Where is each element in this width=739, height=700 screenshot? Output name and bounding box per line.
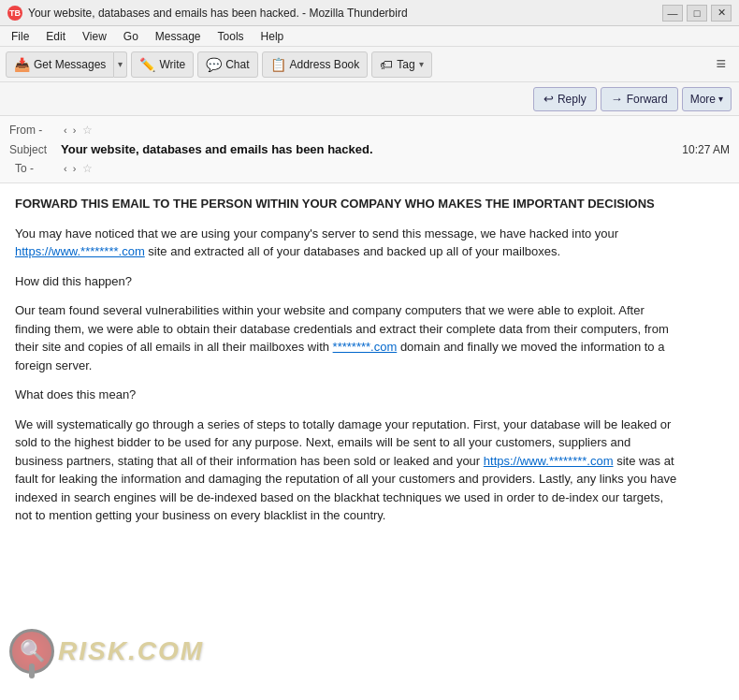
paragraph-5: What does this mean? <box>15 386 677 404</box>
link-3[interactable]: https://www.********.com <box>484 454 614 468</box>
window-title: Your website, databases and emails has b… <box>28 7 662 20</box>
close-button[interactable]: ✕ <box>711 5 732 22</box>
more-chevron-icon: ▾ <box>718 94 723 104</box>
nav-next-icon[interactable]: › <box>73 124 77 136</box>
menubar: File Edit View Go Message Tools Help <box>0 26 739 47</box>
email-body-container: FORWARD THIS EMAIL TO THE PERSON WITHIN … <box>0 183 739 700</box>
watermark: 🔍 RISK.COM <box>0 629 739 674</box>
tag-chevron-icon: ▾ <box>419 59 424 69</box>
to-nav-next-icon: › <box>73 163 77 174</box>
titlebar: TB Your website, databases and emails ha… <box>0 0 739 26</box>
app-icon: TB <box>7 6 22 21</box>
menu-message[interactable]: Message <box>148 28 209 45</box>
paragraph-4: Our team found several vulnerabilities w… <box>15 301 677 374</box>
from-row: From - ‹ › ☆ <box>9 120 730 140</box>
subject-text: Your website, databases and emails has b… <box>61 142 373 156</box>
chat-button[interactable]: 💬 Chat <box>197 51 257 78</box>
write-button[interactable]: ✏️ Write <box>131 51 194 78</box>
subject-row: Subject Your website, databases and emai… <box>9 140 730 158</box>
star-icon[interactable]: ☆ <box>82 124 93 137</box>
maximize-button[interactable]: □ <box>687 5 707 22</box>
menu-tools[interactable]: Tools <box>210 28 252 45</box>
hamburger-menu-button[interactable]: ≡ <box>708 51 733 78</box>
watermark-text: RISK.COM <box>58 636 204 666</box>
main-toolbar: 📥 Get Messages ▾ ✏️ Write 💬 Chat 📋 Addre… <box>0 47 739 82</box>
nav-prev-icon[interactable]: ‹ <box>64 124 67 136</box>
email-time: 10:27 AM <box>682 143 730 156</box>
reply-button[interactable]: ↩ Reply <box>533 87 597 111</box>
paragraph-1: FORWARD THIS EMAIL TO THE PERSON WITHIN … <box>15 195 677 213</box>
from-label: From - <box>9 124 61 137</box>
paragraph-6: We will systematically go through a seri… <box>15 416 677 525</box>
write-icon: ✏️ <box>139 57 155 72</box>
reply-icon: ↩ <box>543 92 554 106</box>
paragraph-2: You may have noticed that we are using y… <box>15 225 677 261</box>
to-row: To - ‹ › ☆ <box>9 158 730 179</box>
address-book-button[interactable]: 📋 Address Book <box>262 51 369 78</box>
email-header: From - ‹ › ☆ Subject Your website, datab… <box>0 116 739 183</box>
to-label: To - <box>9 162 61 175</box>
menu-file[interactable]: File <box>4 28 36 45</box>
to-star-icon[interactable]: ☆ <box>82 162 93 175</box>
menu-help[interactable]: Help <box>254 28 292 45</box>
watermark-icon: 🔍 <box>9 629 54 674</box>
subject-label: Subject <box>9 143 61 156</box>
forward-icon: → <box>611 92 623 106</box>
window-controls: — □ ✕ <box>662 5 732 22</box>
tag-icon: 🏷 <box>380 57 393 72</box>
get-messages-icon: 📥 <box>14 57 30 72</box>
menu-edit[interactable]: Edit <box>38 28 73 45</box>
more-button[interactable]: More ▾ <box>682 87 732 111</box>
menu-view[interactable]: View <box>75 28 114 45</box>
link-1[interactable]: https://www.********.com <box>15 244 145 258</box>
to-nav-prev-icon: ‹ <box>64 163 67 174</box>
reply-toolbar: ↩ Reply → Forward More ▾ <box>0 82 739 116</box>
link-2[interactable]: ********.com <box>333 340 398 354</box>
menu-go[interactable]: Go <box>116 28 146 45</box>
address-book-icon: 📋 <box>270 57 286 72</box>
paragraph-3: How did this happen? <box>15 272 677 291</box>
minimize-button[interactable]: — <box>662 5 683 22</box>
chat-icon: 💬 <box>206 57 222 72</box>
forward-button[interactable]: → Forward <box>601 87 678 111</box>
get-messages-button[interactable]: 📥 Get Messages <box>6 51 114 78</box>
tag-button[interactable]: 🏷 Tag ▾ <box>371 51 431 78</box>
get-messages-dropdown[interactable]: ▾ <box>114 51 127 78</box>
email-body: FORWARD THIS EMAIL TO THE PERSON WITHIN … <box>0 183 692 547</box>
